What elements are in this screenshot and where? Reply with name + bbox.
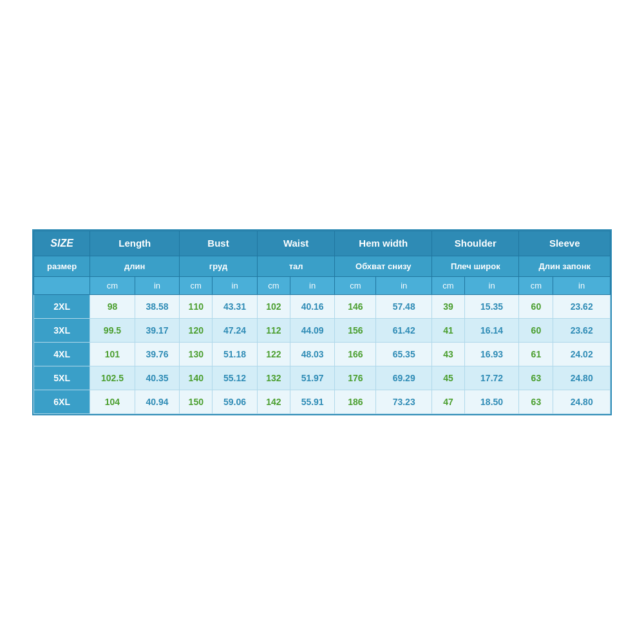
cell-7: 186 [335, 390, 376, 413]
cell-8: 61.42 [376, 318, 432, 342]
unit-sleeve-in: in [553, 276, 611, 294]
header-ru-waist: тал [257, 256, 335, 276]
cell-4: 51.18 [213, 342, 258, 366]
unit-length-cm: cm [90, 276, 135, 294]
cell-3: 120 [180, 318, 213, 342]
cell-8: 73.23 [376, 390, 432, 413]
unit-hem-cm: cm [335, 276, 376, 294]
cell-12: 24.02 [553, 342, 611, 366]
cell-3: 110 [180, 294, 213, 318]
table-row: 5XL102.540.3514055.1213251.9717669.29451… [34, 366, 611, 390]
cell-11: 63 [519, 390, 553, 413]
header-waist: Waist [257, 231, 335, 256]
cell-5: 142 [257, 390, 290, 413]
header-ru-hem: Обхват снизу [335, 256, 432, 276]
unit-shoulder-in: in [464, 276, 519, 294]
cell-6: 44.09 [290, 318, 335, 342]
cell-0: 6XL [34, 390, 90, 413]
cell-12: 24.80 [553, 366, 611, 390]
cell-5: 102 [257, 294, 290, 318]
header-ru-sleeve: Длин запонк [519, 256, 611, 276]
cell-1: 99.5 [90, 318, 135, 342]
cell-0: 2XL [34, 294, 90, 318]
cell-10: 18.50 [464, 390, 519, 413]
cell-2: 39.17 [135, 318, 180, 342]
cell-12: 23.62 [553, 294, 611, 318]
cell-5: 112 [257, 318, 290, 342]
header-hem-width: Hem width [335, 231, 432, 256]
size-table-body: 2XL9838.5811043.3110240.1614657.483915.3… [34, 294, 611, 413]
unit-waist-cm: cm [257, 276, 290, 294]
header-row-en: SIZE Length Bust Waist Hem width Shoulde… [34, 231, 611, 256]
unit-hem-in: in [376, 276, 432, 294]
header-ru-length: длин [90, 256, 180, 276]
cell-6: 55.91 [290, 390, 335, 413]
unit-waist-in: in [290, 276, 335, 294]
cell-11: 61 [519, 342, 553, 366]
cell-2: 40.94 [135, 390, 180, 413]
size-chart-wrapper: SIZE Length Bust Waist Hem width Shoulde… [32, 229, 612, 415]
cell-4: 47.24 [213, 318, 258, 342]
cell-10: 15.35 [464, 294, 519, 318]
unit-shoulder-cm: cm [432, 276, 465, 294]
cell-12: 23.62 [553, 318, 611, 342]
unit-empty [34, 276, 90, 294]
cell-10: 16.14 [464, 318, 519, 342]
cell-5: 132 [257, 366, 290, 390]
cell-12: 24.80 [553, 390, 611, 413]
header-bust: Bust [180, 231, 258, 256]
table-row: 3XL99.539.1712047.2411244.0915661.424116… [34, 318, 611, 342]
unit-bust-cm: cm [180, 276, 213, 294]
cell-11: 60 [519, 294, 553, 318]
cell-9: 41 [432, 318, 465, 342]
cell-1: 101 [90, 342, 135, 366]
cell-6: 48.03 [290, 342, 335, 366]
header-length: Length [90, 231, 180, 256]
header-sleeve: Sleeve [519, 231, 611, 256]
cell-8: 57.48 [376, 294, 432, 318]
cell-7: 156 [335, 318, 376, 342]
cell-0: 4XL [34, 342, 90, 366]
header-row-units: cm in cm in cm in cm in cm in cm in [34, 276, 611, 294]
cell-7: 146 [335, 294, 376, 318]
header-ru-size: размер [34, 256, 90, 276]
cell-9: 43 [432, 342, 465, 366]
cell-3: 130 [180, 342, 213, 366]
cell-4: 59.06 [213, 390, 258, 413]
cell-9: 45 [432, 366, 465, 390]
table-row: 4XL10139.7613051.1812248.0316665.354316.… [34, 342, 611, 366]
unit-sleeve-cm: cm [519, 276, 553, 294]
cell-1: 98 [90, 294, 135, 318]
cell-5: 122 [257, 342, 290, 366]
cell-10: 17.72 [464, 366, 519, 390]
table-row: 2XL9838.5811043.3110240.1614657.483915.3… [34, 294, 611, 318]
cell-3: 140 [180, 366, 213, 390]
cell-11: 63 [519, 366, 553, 390]
cell-3: 150 [180, 390, 213, 413]
cell-6: 51.97 [290, 366, 335, 390]
cell-4: 43.31 [213, 294, 258, 318]
unit-bust-in: in [213, 276, 258, 294]
cell-9: 47 [432, 390, 465, 413]
cell-9: 39 [432, 294, 465, 318]
cell-1: 104 [90, 390, 135, 413]
cell-1: 102.5 [90, 366, 135, 390]
cell-7: 176 [335, 366, 376, 390]
header-row-ru: размер длин груд тал Обхват снизу Плеч ш… [34, 256, 611, 276]
header-ru-bust: груд [180, 256, 258, 276]
table-row: 6XL10440.9415059.0614255.9118673.234718.… [34, 390, 611, 413]
cell-0: 3XL [34, 318, 90, 342]
cell-4: 55.12 [213, 366, 258, 390]
cell-11: 60 [519, 318, 553, 342]
cell-2: 39.76 [135, 342, 180, 366]
cell-7: 166 [335, 342, 376, 366]
header-ru-shoulder: Плеч широк [432, 256, 519, 276]
cell-8: 65.35 [376, 342, 432, 366]
header-size: SIZE [34, 231, 90, 256]
cell-2: 38.58 [135, 294, 180, 318]
cell-8: 69.29 [376, 366, 432, 390]
cell-0: 5XL [34, 366, 90, 390]
cell-6: 40.16 [290, 294, 335, 318]
header-shoulder: Shoulder [432, 231, 519, 256]
size-chart-table: SIZE Length Bust Waist Hem width Shoulde… [33, 231, 611, 414]
